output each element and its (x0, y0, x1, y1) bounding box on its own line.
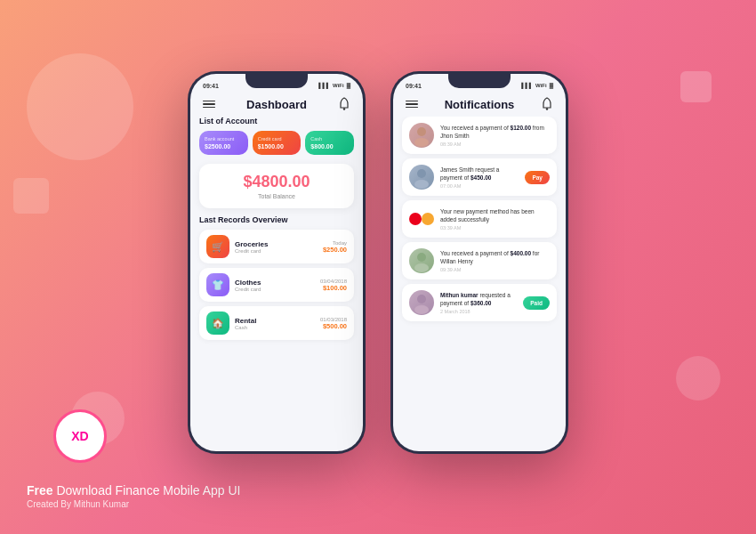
notif-time-2: 07:00 AM (440, 183, 519, 189)
svg-point-3 (414, 138, 429, 147)
signal-icon: ▌▌▌ (318, 83, 330, 88)
notif-info-1: You received a payment of $120.00 from J… (440, 124, 550, 147)
bg-decoration-1 (27, 53, 133, 160)
footer-title: Free Download Finance Mobile App UI (27, 483, 240, 498)
notifications-screen: 09:41 ▌▌▌ WiFi ▓ Notifications (393, 74, 566, 451)
clothes-info: Clothes Credit card (235, 279, 315, 292)
notif-item-1[interactable]: You received a payment of $120.00 from J… (402, 117, 557, 154)
rental-sub: Cash (235, 325, 315, 330)
notif-item-3[interactable]: Your new payment method has been added s… (402, 200, 557, 238)
notif-info-2: James Smith request a payment of $450.00… (440, 166, 519, 189)
svg-point-6 (417, 253, 426, 262)
xd-badge: XD (53, 409, 107, 463)
svg-point-9 (414, 305, 429, 314)
hamburger-icon[interactable] (203, 101, 215, 109)
dashboard-title: Dashboard (246, 98, 307, 111)
record-clothes[interactable]: 👕 Clothes Credit card 03/04/2018 $100.00 (199, 268, 354, 302)
rental-amount: $500.00 (320, 322, 347, 330)
footer-subtitle: Created By Mithun Kumar (27, 499, 240, 509)
bell-icon[interactable] (338, 97, 350, 111)
grocery-right: Today $250.00 (323, 240, 347, 254)
clothes-amount: $100.00 (320, 284, 347, 292)
notif-text-5: Mithun kumar requested a payment of $360… (440, 291, 517, 307)
notch-notifications (448, 74, 511, 88)
clothes-sub: Credit card (235, 287, 315, 292)
nav-bar-dashboard: Dashboard (190, 93, 363, 117)
grocery-amount: $250.00 (323, 246, 347, 254)
grocery-name: Groceries (235, 240, 318, 248)
bg-decoration-3 (13, 178, 49, 214)
grocery-icon: 🛒 (206, 235, 229, 258)
dashboard-content: List of Account Bank account $2500.00 Cr… (190, 117, 363, 451)
notif-signal-icon: ▌▌▌ (521, 83, 533, 88)
clothes-right: 03/04/2018 $100.00 (320, 279, 347, 292)
accounts-section-title: List of Account (199, 117, 354, 125)
records-list: 🛒 Groceries Credit card Today $250.00 👕 (199, 230, 354, 340)
bank-label: Bank account (205, 136, 243, 142)
paid-button[interactable]: Paid (523, 296, 550, 310)
notif-item-4[interactable]: You received a payment of $400.00 for Wi… (402, 242, 557, 279)
notif-info-5: Mithun kumar requested a payment of $360… (440, 291, 517, 314)
svg-point-4 (417, 169, 426, 178)
notch-dashboard (245, 74, 308, 88)
bg-decoration-5 (676, 356, 720, 400)
total-amount: $4800.00 (208, 173, 345, 191)
record-groceries[interactable]: 🛒 Groceries Credit card Today $250.00 (199, 230, 354, 263)
notif-info-3: Your new payment method has been added s… (440, 207, 550, 231)
footer: Free Download Finance Mobile App UI Crea… (27, 483, 240, 509)
records-section-title: Last Records Overview (199, 215, 354, 224)
phone-notifications: 09:41 ▌▌▌ WiFi ▓ Notifications (390, 71, 568, 454)
notif-status-icons: ▌▌▌ WiFi ▓ (521, 83, 553, 88)
clothes-date: 03/04/2018 (320, 279, 347, 284)
notif-bell-icon[interactable] (541, 97, 553, 111)
credit-card-card[interactable]: Credit card $1500.00 (253, 131, 302, 155)
battery-icon: ▓ (347, 83, 350, 88)
status-time: 09:41 (203, 83, 219, 89)
bank-amount: $2500.00 (205, 143, 243, 150)
svg-point-7 (414, 263, 429, 272)
record-rental[interactable]: 🏠 Rental Cash 01/03/2018 $500.00 (199, 306, 354, 340)
notif-item-5[interactable]: Mithun kumar requested a payment of $360… (402, 284, 557, 321)
rental-right: 01/03/2018 $500.00 (320, 317, 347, 330)
mc-right (422, 213, 434, 225)
grocery-info: Groceries Credit card (235, 240, 318, 254)
notif-time-3: 03:39 AM (440, 225, 550, 231)
clothes-name: Clothes (235, 279, 315, 287)
credit-amount: $1500.00 (258, 143, 296, 150)
pay-button[interactable]: Pay (525, 171, 550, 184)
mastercard-logo (409, 206, 434, 231)
bank-account-card[interactable]: Bank account $2500.00 (199, 131, 248, 155)
clothes-icon: 👕 (206, 273, 229, 296)
rental-icon: 🏠 (206, 312, 229, 335)
nav-bar-notifications: Notifications (393, 93, 566, 117)
notif-info-4: You received a payment of $400.00 for Wi… (440, 249, 550, 272)
phone-dashboard: 09:41 ▌▌▌ WiFi ▓ Dashboard (188, 71, 366, 454)
notif-text-1: You received a payment of $120.00 from J… (440, 124, 550, 140)
phones-container: 09:41 ▌▌▌ WiFi ▓ Dashboard (188, 71, 568, 454)
cash-amount: $800.00 (310, 143, 349, 150)
bg-decoration-4 (680, 71, 712, 102)
notif-time-4: 09:39 AM (440, 267, 550, 272)
total-label: Total Balance (208, 193, 345, 199)
notif-text-4: You received a payment of $400.00 for Wi… (440, 249, 550, 265)
notifications-content: You received a payment of $120.00 from J… (393, 117, 566, 451)
notif-text-3: Your new payment method has been added s… (440, 207, 550, 223)
grocery-sub: Credit card (235, 248, 318, 254)
notif-hamburger-icon[interactable] (406, 101, 418, 109)
avatar-mithun (409, 290, 434, 315)
notif-wifi-icon: WiFi (535, 83, 547, 88)
notif-text-2: James Smith request a payment of $450.00 (440, 166, 519, 182)
svg-point-5 (414, 180, 429, 189)
notif-time-1: 08:39 AM (440, 142, 550, 147)
notif-time-5: 2 March 2018 (440, 309, 517, 314)
cash-card[interactable]: Cash $800.00 (305, 131, 354, 155)
notif-item-2[interactable]: James Smith request a payment of $450.00… (402, 158, 557, 196)
rental-name: Rental (235, 317, 315, 325)
dashboard-screen: 09:41 ▌▌▌ WiFi ▓ Dashboard (190, 74, 363, 451)
notifications-title: Notifications (445, 98, 515, 111)
svg-point-2 (417, 127, 426, 136)
cash-label: Cash (310, 136, 349, 142)
total-balance-box: $4800.00 Total Balance (199, 164, 354, 208)
mc-left (409, 213, 422, 225)
svg-point-8 (417, 295, 426, 303)
